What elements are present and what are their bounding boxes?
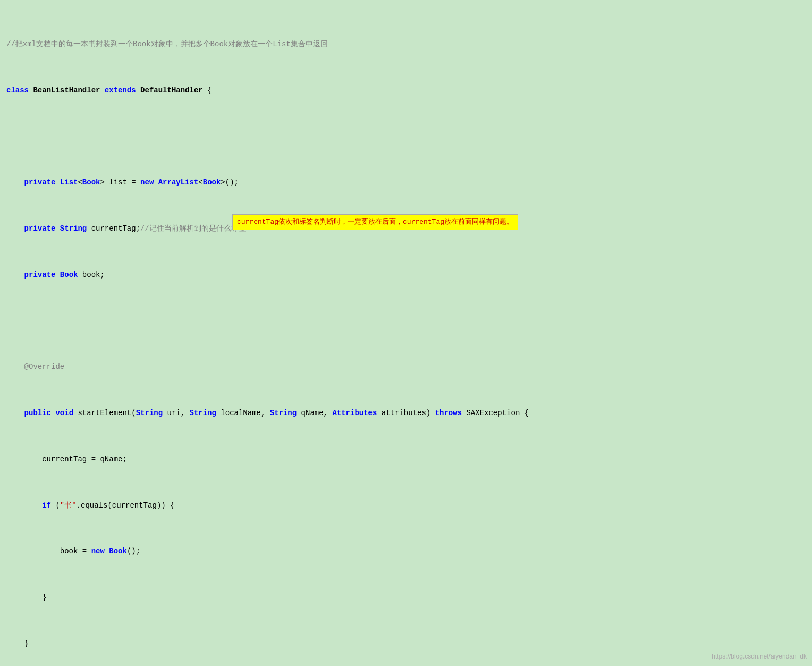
kw-class: class bbox=[6, 86, 29, 95]
code-line-1: //把xml文档中的每一本书封装到一个Book对象中，并把多个Book对象放在一… bbox=[6, 39, 806, 50]
watermark: https://blog.csdn.net/aiyendan_dk bbox=[712, 652, 807, 662]
comment-1: //把xml文档中的每一本书封装到一个Book对象中，并把多个Book对象放在一… bbox=[6, 40, 328, 48]
code-line-4: private List<Book> list = new ArrayList<… bbox=[6, 177, 806, 189]
code-line-8: @Override bbox=[6, 361, 806, 373]
code-line-6: private Book book; bbox=[6, 269, 806, 281]
code-line-13: } bbox=[6, 592, 806, 604]
code-line-9: public void startElement(String uri, Str… bbox=[6, 408, 806, 419]
code-line-3 bbox=[6, 131, 806, 143]
code-line-2: class BeanListHandler extends DefaultHan… bbox=[6, 85, 806, 97]
code-line-10: currentTag = qName; bbox=[6, 454, 806, 466]
code-line-11: if ("书".equals(currentTag)) { bbox=[6, 500, 806, 512]
tooltip-1: currentTag依次和标签名判断时，一定要放在后面，currentTag放在… bbox=[232, 214, 518, 230]
tooltip-1-text: currentTag依次和标签名判断时，一定要放在后面，currentTag放在… bbox=[237, 218, 513, 226]
code-area: //把xml文档中的每一本书封装到一个Book对象中，并把多个Book对象放在一… bbox=[6, 4, 806, 666]
code-line-12: book = new Book(); bbox=[6, 546, 806, 558]
code-line-7 bbox=[6, 316, 806, 327]
code-line-14: } bbox=[6, 638, 806, 650]
